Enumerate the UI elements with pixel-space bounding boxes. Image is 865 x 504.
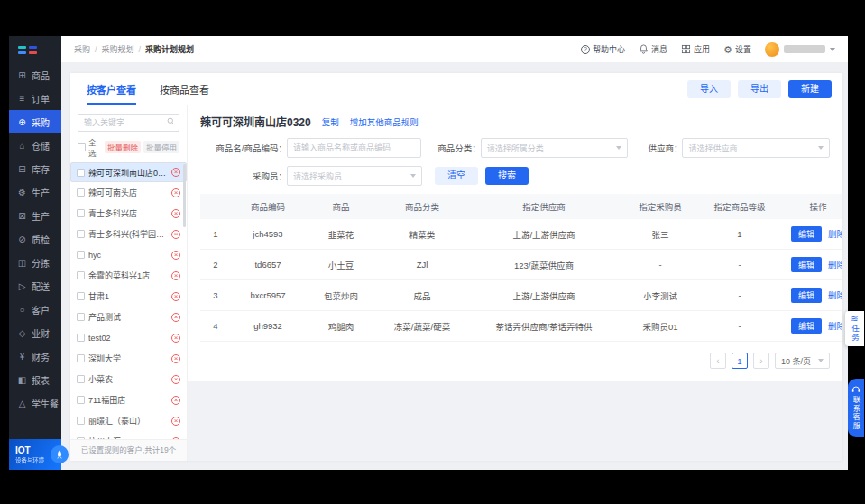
customer-list-item[interactable]: 产品测试× <box>70 307 187 327</box>
sidebar-item-student-meals[interactable]: △学生餐 <box>9 391 61 415</box>
remove-customer-icon[interactable]: × <box>171 313 180 322</box>
product-filter-input[interactable] <box>287 138 421 158</box>
customer-list-item[interactable]: 余霄的菜科兴1店× <box>70 265 187 286</box>
sidebar-item-inventory[interactable]: ⊟库存 <box>9 157 61 180</box>
customer-checkbox[interactable] <box>77 271 85 279</box>
delete-button[interactable]: 删除 <box>828 321 842 331</box>
tab-by-customer[interactable]: 按客户查看 <box>87 73 136 105</box>
contact-support-button[interactable]: 联系客服 <box>848 379 864 437</box>
messages-link[interactable]: 消息 <box>639 43 667 55</box>
remove-customer-icon[interactable]: × <box>171 334 180 343</box>
batch-disable-button[interactable]: 批量停用 <box>143 141 179 153</box>
tasks-widget[interactable]: ≋ 任务 <box>845 311 864 346</box>
supplier-select[interactable]: 请选择供应商 <box>682 138 830 158</box>
tab-by-product[interactable]: 按商品查看 <box>160 73 209 105</box>
user-menu[interactable] <box>765 42 835 57</box>
page-number-button[interactable]: 1 <box>732 353 748 369</box>
customer-list-item[interactable]: 丽璟汇（泰山）× <box>70 410 187 431</box>
sidebar-item-orders[interactable]: ≡订单 <box>9 87 61 110</box>
next-page-button[interactable]: › <box>753 353 769 369</box>
customer-checkbox[interactable] <box>77 230 85 238</box>
sidebar-item-purchase[interactable]: ⊕采购 <box>9 110 61 133</box>
sidebar-item-finance[interactable]: ¥财务 <box>9 344 61 368</box>
search-button[interactable]: 搜索 <box>485 167 529 185</box>
sidebar-item-warehouse[interactable]: ⌂仓储 <box>9 133 61 157</box>
remove-customer-icon[interactable]: × <box>171 209 180 218</box>
remove-customer-icon[interactable]: × <box>171 168 180 177</box>
edit-button[interactable]: 编辑 <box>791 288 822 303</box>
customer-checkbox[interactable] <box>77 169 85 177</box>
customer-checkbox[interactable] <box>77 251 85 259</box>
import-button[interactable]: 导入 <box>687 80 731 98</box>
iot-footer[interactable]: IOT 设备与环境 <box>9 439 61 470</box>
clear-button[interactable]: 清空 <box>435 167 478 185</box>
remove-customer-icon[interactable]: × <box>171 292 180 301</box>
customer-checkbox[interactable] <box>77 437 85 439</box>
breadcrumb-item[interactable]: 采购计划规划 <box>145 43 194 55</box>
sidebar-item-production[interactable]: ⚙生产 <box>9 180 61 204</box>
sidebar-item-goods[interactable]: ⊞商品 <box>9 63 61 87</box>
breadcrumb-item[interactable]: 采购 <box>74 43 90 55</box>
customer-checkbox[interactable] <box>77 334 85 342</box>
create-button[interactable]: 新建 <box>788 80 832 98</box>
export-button[interactable]: 导出 <box>738 80 781 98</box>
delete-button[interactable]: 删除 <box>828 229 842 239</box>
table-header-cell: 商品 <box>305 194 377 219</box>
buyer-select[interactable]: 请选择采购员 <box>287 166 422 186</box>
customer-checkbox[interactable] <box>77 417 85 425</box>
remove-customer-icon[interactable]: × <box>171 251 180 260</box>
remove-customer-icon[interactable]: × <box>171 188 180 197</box>
edit-button[interactable]: 编辑 <box>791 318 822 334</box>
copy-link[interactable]: 复制 <box>322 115 339 128</box>
customer-checkbox[interactable] <box>77 188 85 197</box>
customer-list-item[interactable]: 甘肃1× <box>70 286 187 307</box>
sidebar-item-biz-finance[interactable]: ◇业财 <box>9 321 61 344</box>
remove-customer-icon[interactable]: × <box>171 437 180 439</box>
batch-delete-button[interactable]: 批量删除 <box>105 141 141 153</box>
customer-list-item[interactable]: 青士多科兴店× <box>70 203 187 224</box>
edit-button[interactable]: 编辑 <box>791 226 822 242</box>
customer-checkbox[interactable] <box>77 375 85 383</box>
customer-checkbox[interactable] <box>77 209 85 217</box>
customer-list-item[interactable]: 小菜农× <box>70 369 187 389</box>
customer-checkbox[interactable] <box>77 313 85 321</box>
customer-checkbox[interactable] <box>77 396 85 404</box>
customer-list-item[interactable]: 深圳大学× <box>70 348 187 369</box>
customer-list-item[interactable]: 711福田店× <box>70 389 187 410</box>
customer-list-item[interactable]: 辣可可南头店× <box>70 182 187 203</box>
apps-link[interactable]: 应用 <box>681 43 710 55</box>
sidebar-item-customers[interactable]: ○客户 <box>9 298 61 321</box>
customer-list-item[interactable]: 青士多科兴(科学园2号1120× <box>70 224 187 244</box>
remove-customer-icon[interactable]: × <box>171 375 180 384</box>
customer-search-input[interactable] <box>78 114 179 132</box>
add-rule-link[interactable]: 增加其他商品规则 <box>350 115 419 128</box>
category-select[interactable]: 请选择所属分类 <box>481 138 629 158</box>
customer-checkbox[interactable] <box>77 292 85 300</box>
edit-button[interactable]: 编辑 <box>791 257 822 272</box>
remove-customer-icon[interactable]: × <box>171 396 180 405</box>
scrollbar-thumb[interactable] <box>183 164 186 227</box>
select-all-checkbox[interactable] <box>78 143 86 151</box>
settings-link[interactable]: ⚙ 设置 <box>723 43 751 55</box>
help-center-link[interactable]: ? 帮助中心 <box>581 43 625 55</box>
customer-list-item[interactable]: 杭州水汇× <box>70 431 187 439</box>
remove-customer-icon[interactable]: × <box>171 271 180 280</box>
delete-button[interactable]: 删除 <box>828 260 842 270</box>
remove-customer-icon[interactable]: × <box>171 417 180 426</box>
sidebar-item-quality[interactable]: ⊘质检 <box>9 227 61 251</box>
sidebar-item-reports[interactable]: ◧报表 <box>9 368 61 391</box>
select-all-label[interactable]: 全选 <box>88 136 102 158</box>
breadcrumb-item[interactable]: 采购规划 <box>102 43 134 55</box>
page-size-select[interactable]: 10 条/页 <box>775 353 830 369</box>
remove-customer-icon[interactable]: × <box>171 230 180 239</box>
remove-customer-icon[interactable]: × <box>171 354 180 363</box>
sidebar-item-sorting[interactable]: ◫分拣 <box>9 251 61 274</box>
prev-page-button[interactable]: ‹ <box>710 353 726 369</box>
customer-list-item[interactable]: test02× <box>70 327 187 348</box>
sidebar-item-production-alt[interactable]: ⊠生产 <box>9 204 61 227</box>
sidebar-item-delivery[interactable]: ▷配送 <box>9 274 61 298</box>
customer-checkbox[interactable] <box>77 354 85 362</box>
customer-list-item[interactable]: hyc× <box>70 244 187 265</box>
delete-button[interactable]: 删除 <box>828 290 842 300</box>
customer-list-item[interactable]: 辣可可深圳南山店0320× <box>70 162 187 182</box>
